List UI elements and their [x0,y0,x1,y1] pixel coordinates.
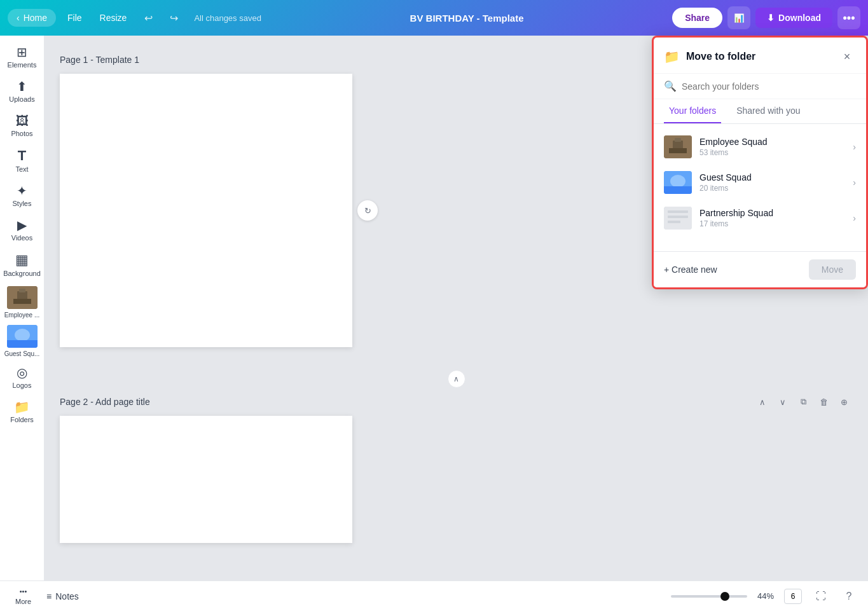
zoom-label: 44% [757,591,774,601]
text-icon: T [18,149,26,163]
sidebar-item-label: Photos [11,130,32,137]
folder-count-employee: 53 items [699,148,845,157]
slider-thumb [720,592,729,601]
tab-your-folders[interactable]: Your folders [664,99,721,123]
help-button[interactable]: ? [840,587,858,605]
analytics-button[interactable]: 📊 [727,6,750,29]
topbar-left: ‹ Home File Resize ↩ ↪ All changes saved [8,8,261,28]
resize-button[interactable]: Resize [93,9,134,27]
sidebar-item-employee[interactable]: Employee ... [2,284,43,321]
move-button[interactable]: Move [809,259,856,280]
sidebar-item-guest[interactable]: Guest Squ... [2,322,43,360]
sidebar-item-photos[interactable]: 🖼 Photos [2,109,43,142]
svg-point-5 [15,329,30,341]
sidebar-item-styles[interactable]: ✦ Styles [2,179,43,212]
page2-up-button[interactable]: ∧ [754,393,771,411]
sidebar-item-elements[interactable]: ⊞ Elements [2,41,43,74]
bottombar: ••• More ≡ Notes 44% 6 ⛶ ? [0,580,868,611]
topbar-center: BV BIRTHDAY - Template [266,13,667,24]
move-to-folder-panel: 📁 Move to folder × 🔍 Your folders Shared… [652,36,868,289]
panel-folders: Employee Squad 53 items Guest Squad 20 i… [654,124,866,251]
panel-header: 📁 Move to folder × [654,38,866,74]
folder-info-employee: Employee Squad 53 items [699,137,845,157]
background-icon: ▦ [15,253,29,267]
share-button[interactable]: Share [672,8,722,28]
more-bottom-label: More [15,598,31,605]
home-button[interactable]: ‹ Home [8,9,56,27]
tab-shared[interactable]: Shared with you [731,99,805,123]
panel-tabs: Your folders Shared with you [654,99,866,124]
sidebar-item-label: Text [15,165,28,173]
folder-thumb-guest [664,171,692,194]
download-label: Download [778,13,821,23]
folder-count-guest: 20 items [699,184,845,193]
sidebar-item-videos[interactable]: ▶ Videos [2,214,43,247]
svg-rect-16 [668,216,688,218]
svg-rect-6 [7,340,38,348]
folder-item-employee[interactable]: Employee Squad 53 items [654,129,866,165]
search-input[interactable] [682,81,856,92]
folder-chevron-guest [853,177,856,188]
svg-point-12 [670,175,685,188]
home-label: Home [24,13,47,23]
svg-rect-9 [675,138,681,142]
employee-thumb [7,286,38,309]
chart-icon: 📊 [734,13,745,23]
fullscreen-button[interactable]: ⛶ [812,587,830,605]
styles-icon: ✦ [17,184,27,197]
scroll-up-button[interactable]: ∧ [448,370,465,388]
videos-icon: ▶ [17,219,27,231]
sidebar-item-label: Styles [13,200,32,207]
svg-rect-13 [664,186,692,194]
page1-title: Page 1 - Template 1 [60,55,748,65]
sidebar-item-uploads[interactable]: ⬆ Uploads [2,75,43,108]
svg-rect-15 [668,210,688,213]
sidebar-item-background[interactable]: ▦ Background [2,248,43,282]
page2-duplicate-button[interactable]: ⧉ [794,393,812,411]
topbar-right: Share 📊 ⬇ Download ••• [672,6,860,29]
more-dots-icon: ••• [20,587,27,595]
folder-item-partnership[interactable]: Partnership Squad 17 items [654,200,866,236]
svg-rect-3 [13,299,31,304]
panel-search[interactable]: 🔍 [654,74,866,99]
sidebar-item-label: Elements [8,61,37,69]
page1-refresh-button[interactable]: ↻ [357,200,378,221]
panel-title: Move to folder [686,51,838,62]
page2-delete-button[interactable]: 🗑 [815,393,832,411]
folder-name-partnership: Partnership Squad [699,208,845,218]
create-new-button[interactable]: + Create new [664,264,717,275]
download-button[interactable]: ⬇ Download [755,8,832,28]
more-bottom-button[interactable]: ••• More [10,585,36,608]
sidebar: ⊞ Elements ⬆ Uploads 🖼 Photos T Text ✦ S… [0,36,45,580]
sidebar-item-text[interactable]: T Text [2,144,43,178]
more-options-button[interactable]: ••• [837,6,860,29]
svg-rect-17 [668,221,680,223]
sidebar-item-label: Background [3,270,41,277]
notes-label: Notes [55,591,79,601]
redo-button[interactable]: ↪ [163,8,184,28]
sidebar-item-folders[interactable]: 📁 Folders [2,395,43,429]
file-button[interactable]: File [61,9,88,27]
page2-canvas [60,416,352,543]
slider-track[interactable] [671,595,747,598]
zoom-slider[interactable] [671,595,747,598]
page2-header: Page 2 - Add page title ∧ ∨ ⧉ 🗑 ⊕ [60,393,853,411]
sidebar-item-label: Logos [13,381,32,389]
notes-button[interactable]: ≡ Notes [46,591,79,601]
sidebar-item-label: Folders [10,416,34,423]
page2-down-button[interactable]: ∨ [774,393,792,411]
undo-button[interactable]: ↩ [138,8,158,28]
page2-add-button[interactable]: ⊕ [835,393,853,411]
page1-canvas [60,74,352,347]
notes-icon: ≡ [46,591,52,601]
search-icon: 🔍 [664,80,677,92]
svg-rect-2 [19,289,25,292]
document-title: BV BIRTHDAY - Template [410,13,524,24]
sidebar-item-label: Uploads [9,95,34,103]
elements-icon: ⊞ [17,46,27,58]
folder-name-guest: Guest Squad [699,172,845,182]
panel-close-button[interactable]: × [838,48,856,65]
sidebar-item-logos[interactable]: ◎ Logos [2,361,43,394]
folder-item-guest[interactable]: Guest Squad 20 items [654,165,866,200]
topbar: ‹ Home File Resize ↩ ↪ All changes saved… [0,0,868,36]
